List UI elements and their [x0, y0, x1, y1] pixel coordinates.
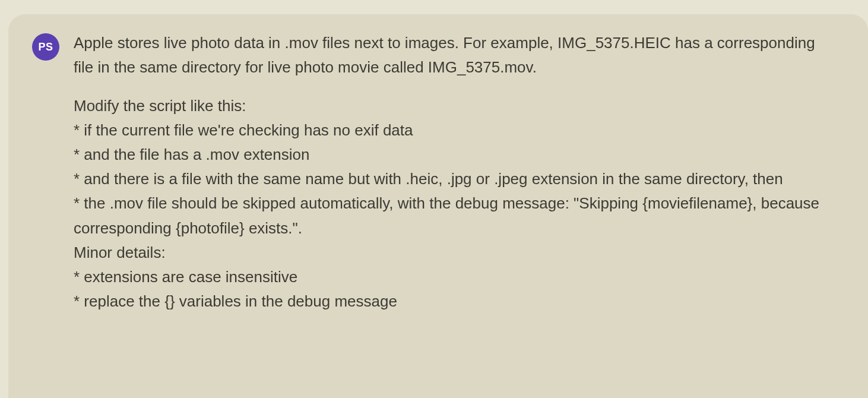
message-bullet-2: * and the file has a .mov extension: [74, 143, 821, 167]
message-paragraph-modify: Modify the script like this:: [74, 94, 821, 118]
message-bullet-5: * extensions are case insensitive: [74, 265, 821, 289]
message-paragraph-intro: Apple stores live photo data in .mov fil…: [74, 31, 821, 80]
blank-line: [74, 80, 821, 94]
message-content: Apple stores live photo data in .mov fil…: [74, 31, 844, 314]
user-avatar: PS: [32, 33, 59, 61]
message-bullet-3: * and there is a file with the same name…: [74, 167, 821, 191]
message-paragraph-minor: Minor details:: [74, 241, 821, 265]
chat-message-card: PS Apple stores live photo data in .mov …: [8, 14, 868, 398]
message-row: PS Apple stores live photo data in .mov …: [32, 31, 844, 314]
message-bullet-4: * the .mov file should be skipped automa…: [74, 191, 821, 240]
message-bullet-6: * replace the {} variables in the debug …: [74, 289, 821, 314]
message-bullet-1: * if the current file we're checking has…: [74, 118, 821, 143]
